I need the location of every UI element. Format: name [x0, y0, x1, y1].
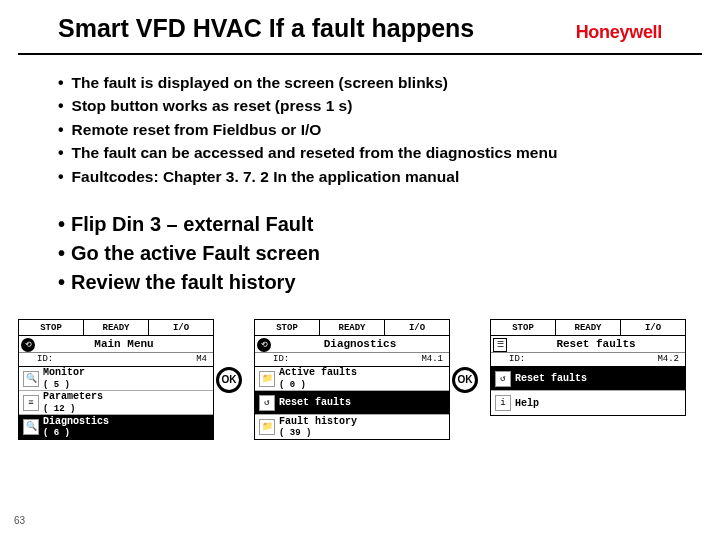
menu-item-fault-history[interactable]: 📁 Fault history( 39 ) — [255, 415, 449, 439]
folder-icon: 📁 — [259, 371, 275, 387]
status-stop: STOP — [255, 320, 320, 335]
menu-label: Monitor — [43, 367, 85, 378]
status-io: I/O — [149, 320, 213, 335]
hmi-screens: STOP READY I/O ⟲ Main Menu ID: M4 🔍 Moni… — [0, 297, 720, 440]
menu-item-monitor[interactable]: 🔍 Monitor( 5 ) — [19, 367, 213, 391]
status-ready: READY — [84, 320, 149, 335]
status-io: I/O — [385, 320, 449, 335]
ok-button[interactable]: OK — [216, 367, 242, 393]
bullet-item: The fault is displayed on the screen (sc… — [58, 71, 678, 94]
status-bar: STOP READY I/O — [491, 320, 685, 336]
id-row: ID: M4.1 — [255, 352, 449, 367]
status-bar: STOP READY I/O — [255, 320, 449, 336]
id-label: ID: — [273, 354, 289, 364]
parameters-icon: ≡ — [23, 395, 39, 411]
status-stop: STOP — [491, 320, 556, 335]
id-value: M4 — [196, 354, 207, 364]
menu-item-reset-faults[interactable]: ↺ Reset faults — [255, 391, 449, 415]
monitor-icon: 🔍 — [23, 371, 39, 387]
panel-group-2: STOP READY I/O ⟲ Diagnostics ID: M4.1 📁 … — [254, 319, 478, 440]
action-item: Review the fault history — [58, 268, 678, 297]
content: The fault is displayed on the screen (sc… — [0, 55, 720, 297]
panel-diagnostics: STOP READY I/O ⟲ Diagnostics ID: M4.1 📁 … — [254, 319, 450, 440]
menu-label: Help — [515, 398, 539, 409]
status-ready: READY — [320, 320, 385, 335]
id-label: ID: — [509, 354, 525, 364]
reset-icon: ↺ — [495, 371, 511, 387]
page-number: 63 — [14, 515, 25, 526]
status-io: I/O — [621, 320, 685, 335]
page-title: Smart VFD HVAC If a fault happens — [58, 14, 474, 43]
action-bullets: Flip Din 3 – external Fault Go the activ… — [58, 210, 678, 297]
menu-count: ( 5 ) — [43, 380, 70, 390]
status-bar: STOP READY I/O — [19, 320, 213, 336]
menu-item-reset-faults[interactable]: ↺ Reset faults — [491, 367, 685, 391]
menu-label: Active faults — [279, 367, 357, 378]
info-bullets: The fault is displayed on the screen (sc… — [58, 71, 678, 188]
reset-icon: ↺ — [259, 395, 275, 411]
menu-item-parameters[interactable]: ≡ Parameters( 12 ) — [19, 391, 213, 415]
status-stop: STOP — [19, 320, 84, 335]
menu-item-help[interactable]: i Help — [491, 391, 685, 415]
bullet-item: Remote reset from Fieldbus or I/O — [58, 118, 678, 141]
bullet-item: Stop button works as reset (press 1 s) — [58, 94, 678, 117]
menu-item-active-faults[interactable]: 📁 Active faults( 0 ) — [255, 367, 449, 391]
panel-title: Diagnostics — [271, 336, 449, 352]
bullet-item: Faultcodes: Chapter 3. 7. 2 In the appli… — [58, 165, 678, 188]
action-item: Go the active Fault screen — [58, 239, 678, 268]
id-row: ID: M4.2 — [491, 352, 685, 367]
menu-count: ( 39 ) — [279, 428, 311, 438]
panel-title: Main Menu — [35, 336, 213, 352]
bullet-item: The fault can be accessed and reseted fr… — [58, 141, 678, 164]
menu-count: ( 6 ) — [43, 428, 70, 438]
id-row: ID: M4 — [19, 352, 213, 367]
panel-reset-faults: STOP READY I/O ☰ Reset faults ID: M4.2 ↺… — [490, 319, 686, 416]
menu-label: Fault history — [279, 416, 357, 427]
header: Smart VFD HVAC If a fault happens Honeyw… — [18, 0, 702, 55]
id-value: M4.2 — [657, 354, 679, 364]
id-value: M4.1 — [421, 354, 443, 364]
info-icon: i — [495, 395, 511, 411]
panel-group-1: STOP READY I/O ⟲ Main Menu ID: M4 🔍 Moni… — [18, 319, 242, 440]
id-label: ID: — [37, 354, 53, 364]
menu-label: Reset faults — [279, 397, 351, 408]
rotation-icon: ⟲ — [257, 338, 271, 352]
folder-icon: 📁 — [259, 419, 275, 435]
rotation-icon: ⟲ — [21, 338, 35, 352]
menu-item-diagnostics[interactable]: 🔍 Diagnostics( 6 ) — [19, 415, 213, 439]
panel-title: Reset faults — [507, 336, 685, 352]
panel-group-3: STOP READY I/O ☰ Reset faults ID: M4.2 ↺… — [490, 319, 686, 416]
menu-count: ( 12 ) — [43, 404, 75, 414]
status-ready: READY — [556, 320, 621, 335]
action-item: Flip Din 3 – external Fault — [58, 210, 678, 239]
diagnostics-icon: 🔍 — [23, 419, 39, 435]
menu-count: ( 0 ) — [279, 380, 306, 390]
panel-main-menu: STOP READY I/O ⟲ Main Menu ID: M4 🔍 Moni… — [18, 319, 214, 440]
menu-label: Parameters — [43, 391, 103, 402]
ok-button[interactable]: OK — [452, 367, 478, 393]
brand-logo: Honeywell — [576, 22, 662, 43]
menu-label: Diagnostics — [43, 416, 109, 427]
menu-label: Reset faults — [515, 373, 587, 384]
back-icon: ☰ — [493, 338, 507, 352]
